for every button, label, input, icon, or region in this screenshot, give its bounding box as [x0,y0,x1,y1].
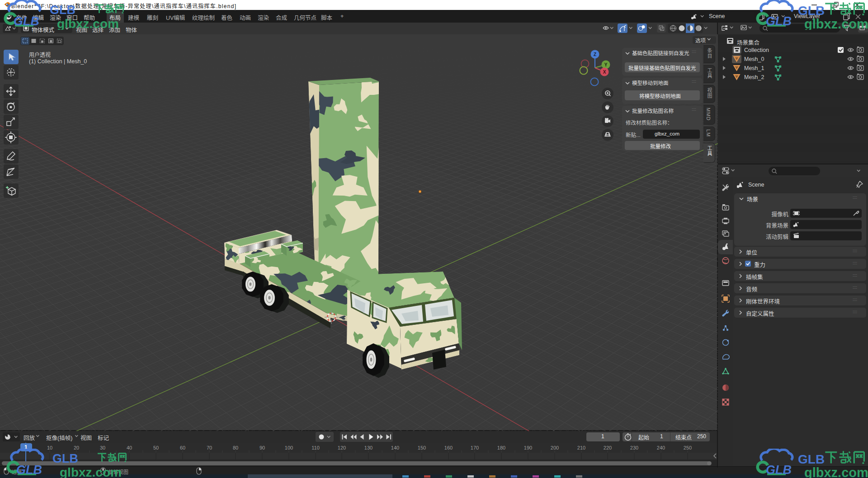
svg-text:180: 180 [497,445,505,450]
svg-text:GLB: GLB [50,3,75,17]
svg-text:100: 100 [285,445,293,450]
svg-text:GLB: GLB [16,463,42,477]
svg-text:130: 130 [364,445,373,450]
svg-text:250: 250 [684,445,692,450]
svg-text:170: 170 [471,445,479,450]
svg-text:120: 120 [338,445,346,450]
svg-text:GLB: GLB [798,452,825,466]
svg-text:glbxz.com: glbxz.com [57,17,119,30]
svg-text:glbxz.com: glbxz.com [60,465,122,478]
svg-text:240: 240 [657,445,665,450]
svg-text:140: 140 [391,445,399,450]
svg-text:Z: Z [594,52,596,57]
svg-text:glbxz.com: glbxz.com [804,17,868,30]
svg-text:GLB: GLB [798,4,825,18]
svg-text:210: 210 [577,445,585,450]
svg-text:70: 70 [207,445,212,450]
svg-text:GLB: GLB [766,463,792,477]
svg-text:Y: Y [604,62,608,67]
svg-text:90: 90 [259,445,265,450]
svg-text:80: 80 [233,445,238,450]
svg-text:110: 110 [311,445,320,450]
svg-text:190: 190 [524,445,532,450]
svg-text:GLB: GLB [14,14,39,28]
svg-text:230: 230 [630,445,638,450]
svg-text:160: 160 [444,445,453,450]
svg-text:60: 60 [180,445,185,450]
svg-text:220: 220 [604,445,612,450]
svg-text:GLB: GLB [52,452,78,465]
svg-text:GLB: GLB [766,14,792,28]
svg-text:200: 200 [551,445,559,450]
svg-text:glbxz.com: glbxz.com [804,465,868,478]
svg-text:50: 50 [153,445,159,450]
svg-text:X: X [603,70,606,75]
svg-text:150: 150 [418,445,426,450]
